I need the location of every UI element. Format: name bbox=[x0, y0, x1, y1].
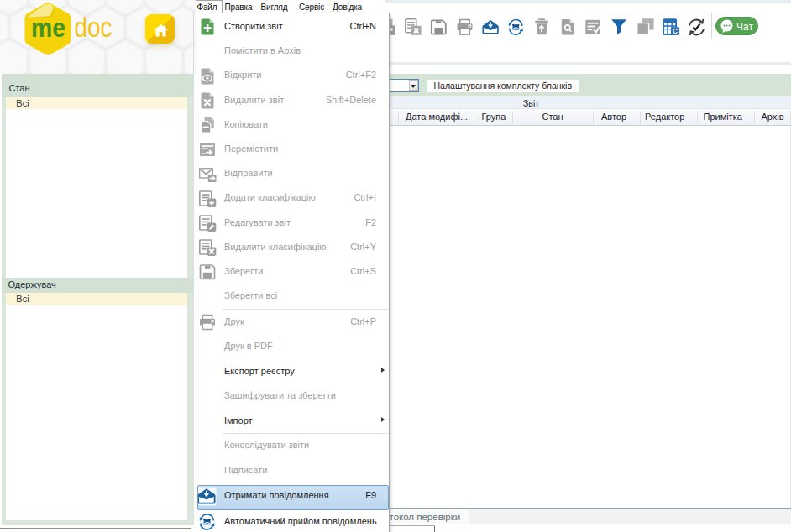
svg-text:doc: doc bbox=[75, 12, 113, 43]
svg-text:C: C bbox=[672, 27, 678, 35]
svg-text:me: me bbox=[31, 13, 65, 43]
